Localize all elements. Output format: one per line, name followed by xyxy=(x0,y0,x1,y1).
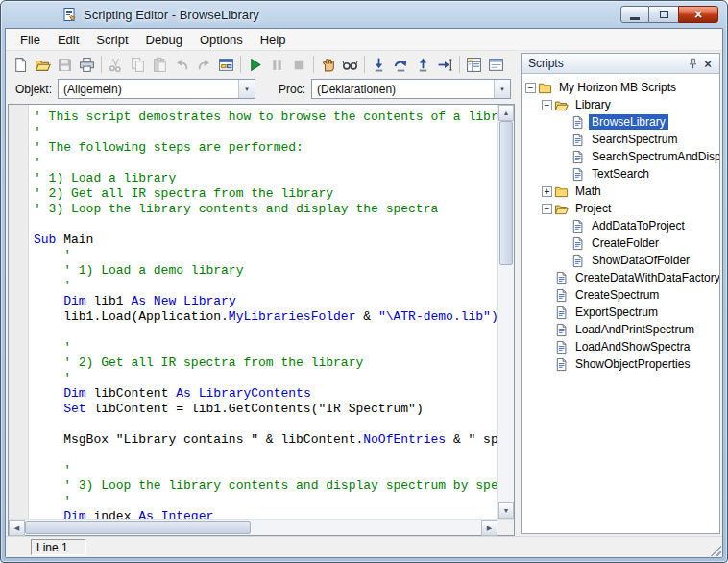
paste-button[interactable] xyxy=(149,54,171,75)
tree-expander-icon[interactable]: − xyxy=(525,83,536,93)
copy-button[interactable] xyxy=(127,54,149,75)
tree-expander-icon xyxy=(542,342,552,353)
redo-button[interactable] xyxy=(193,54,215,75)
pause-button[interactable] xyxy=(266,54,288,75)
tree-expander-icon[interactable]: + xyxy=(542,186,552,197)
code-line: ' xyxy=(34,340,497,355)
quick-watch-button[interactable] xyxy=(339,54,361,75)
script-icon xyxy=(554,323,570,337)
tree-item-textsearch[interactable]: TextSearch xyxy=(522,165,719,183)
tree-item-library[interactable]: −Library xyxy=(522,96,719,113)
pin-icon[interactable] xyxy=(685,56,700,71)
step-to-cursor-button[interactable] xyxy=(434,54,456,75)
code-editor: ' This script demostrates how to browse … xyxy=(8,104,515,536)
tree-item-label: AddDataToProject xyxy=(589,218,688,233)
tree-expander-icon[interactable]: − xyxy=(542,204,552,214)
tree-item-label: ShowDataOfFolder xyxy=(589,253,692,268)
scroll-left-icon[interactable]: ◀ xyxy=(9,520,25,536)
run-button[interactable] xyxy=(244,54,266,75)
tree-item-label: LoadAndPrintSpectrum xyxy=(572,322,697,337)
vertical-scrollbar-thumb[interactable] xyxy=(499,121,513,265)
tree-item-loadandprintspectrum[interactable]: LoadAndPrintSpectrum xyxy=(522,321,719,338)
tree-item-showobjectproperties[interactable]: ShowObjectProperties xyxy=(522,355,719,373)
step-out-button[interactable] xyxy=(412,54,434,75)
horizontal-scrollbar[interactable]: ◀ ▶ xyxy=(9,520,497,535)
script-icon xyxy=(570,219,586,233)
save-button[interactable] xyxy=(54,54,76,75)
tree-item-createspectrum[interactable]: CreateSpectrum xyxy=(522,286,719,304)
open-button[interactable] xyxy=(32,54,54,75)
scripts-tree[interactable]: −My Horizon MB Scripts−LibraryBrowseLibr… xyxy=(522,74,719,533)
dialog-editor-button[interactable] xyxy=(215,54,237,75)
tree-expander-icon xyxy=(542,325,552,335)
object-combobox-value: (Allgemein) xyxy=(59,83,238,96)
toolbar-separator xyxy=(313,56,314,73)
editor-viewport: ' This script demostrates how to browse … xyxy=(9,105,514,519)
tree-expander-icon xyxy=(558,169,569,180)
script-icon xyxy=(570,150,586,164)
object-browser-button[interactable] xyxy=(463,54,485,75)
cut-button[interactable] xyxy=(105,54,127,75)
tree-item-math[interactable]: +Math xyxy=(522,183,719,200)
properties-window-icon xyxy=(488,57,504,73)
scroll-up-icon[interactable]: ▲ xyxy=(498,105,514,121)
code-line: Dim libContent As LibraryContents xyxy=(34,386,497,402)
vertical-scrollbar[interactable]: ▲ ▼ xyxy=(497,105,514,519)
step-into-button[interactable] xyxy=(368,54,390,75)
stop-button[interactable] xyxy=(288,54,310,75)
pause-icon xyxy=(269,57,285,73)
script-icon xyxy=(570,254,586,268)
tree-item-browselibrary[interactable]: BrowseLibrary xyxy=(522,113,719,131)
tree-item-my horizon mb scripts[interactable]: −My Horizon MB Scripts xyxy=(522,79,719,96)
proc-combobox[interactable]: (Deklarationen) ▼ xyxy=(311,79,511,99)
breakpoint-gutter[interactable] xyxy=(9,105,29,519)
step-over-button[interactable] xyxy=(390,54,412,75)
tree-item-createdatawithdatafactory[interactable]: CreateDataWithDataFactory xyxy=(522,269,719,286)
menu-item-help[interactable]: Help xyxy=(252,30,295,50)
new-script-button[interactable] xyxy=(10,54,32,75)
tree-expander-icon xyxy=(542,359,552,370)
object-combobox[interactable]: (Allgemein) ▼ xyxy=(58,79,255,99)
tree-expander-icon[interactable]: − xyxy=(542,100,552,110)
tree-item-searchspectrumanddisp[interactable]: SearchSpectrumAndDisp xyxy=(522,148,719,165)
tree-item-searchspectrum[interactable]: SearchSpectrum xyxy=(522,131,719,148)
title-bar[interactable]: Scripting Editor - BrowseLibrary × xyxy=(5,1,723,28)
print-button[interactable] xyxy=(76,54,98,75)
tree-item-project[interactable]: −Project xyxy=(522,200,719,217)
undo-button[interactable] xyxy=(171,54,193,75)
main-area: Objekt: (Allgemein) ▼ Proc: (Deklaration… xyxy=(6,51,722,536)
properties-window-button[interactable] xyxy=(485,54,507,75)
tree-expander-icon xyxy=(542,290,552,301)
tree-item-label: ExportSpectrum xyxy=(572,305,661,320)
tree-item-label: CreateSpectrum xyxy=(572,287,662,303)
scroll-down-icon[interactable]: ▼ xyxy=(498,502,514,519)
minimize-button[interactable] xyxy=(620,6,649,23)
tree-item-createfolder[interactable]: CreateFolder xyxy=(522,234,719,252)
menu-item-debug[interactable]: Debug xyxy=(137,30,191,50)
tree-item-label: CreateDataWithDataFactory xyxy=(572,270,719,285)
menu-item-file[interactable]: File xyxy=(12,30,49,50)
tree-item-showdataoffolder[interactable]: ShowDataOfFolder xyxy=(522,252,719,269)
breakpoint-hand-button[interactable] xyxy=(317,54,339,75)
object-combobox-dropdown-icon[interactable]: ▼ xyxy=(238,80,255,98)
step-to-cursor-icon xyxy=(437,57,453,73)
panel-close-icon[interactable]: × xyxy=(700,56,716,71)
proc-combobox-value: (Deklarationen) xyxy=(312,83,494,96)
tree-item-exportspectrum[interactable]: ExportSpectrum xyxy=(522,304,719,321)
horizontal-scrollbar-thumb[interactable] xyxy=(25,521,251,534)
scripts-panel-header[interactable]: Scripts × xyxy=(522,54,719,74)
menu-item-script[interactable]: Script xyxy=(87,30,136,50)
tree-item-loadandshowspectra[interactable]: LoadAndShowSpectra xyxy=(522,338,719,355)
scroll-right-icon[interactable]: ▶ xyxy=(481,520,497,536)
code-area[interactable]: ' This script demostrates how to browse … xyxy=(29,105,497,519)
menu-item-options[interactable]: Options xyxy=(191,30,252,50)
object-browser-icon xyxy=(466,57,482,73)
tree-item-adddatatoproject[interactable]: AddDataToProject xyxy=(522,217,719,234)
folder-open-icon xyxy=(554,202,570,216)
close-button[interactable]: × xyxy=(678,6,718,23)
menu-item-edit[interactable]: Edit xyxy=(49,30,87,50)
app-icon xyxy=(62,7,78,22)
proc-combobox-dropdown-icon[interactable]: ▼ xyxy=(494,80,510,98)
code-line: ' xyxy=(34,156,497,171)
maximize-button[interactable] xyxy=(649,6,678,23)
